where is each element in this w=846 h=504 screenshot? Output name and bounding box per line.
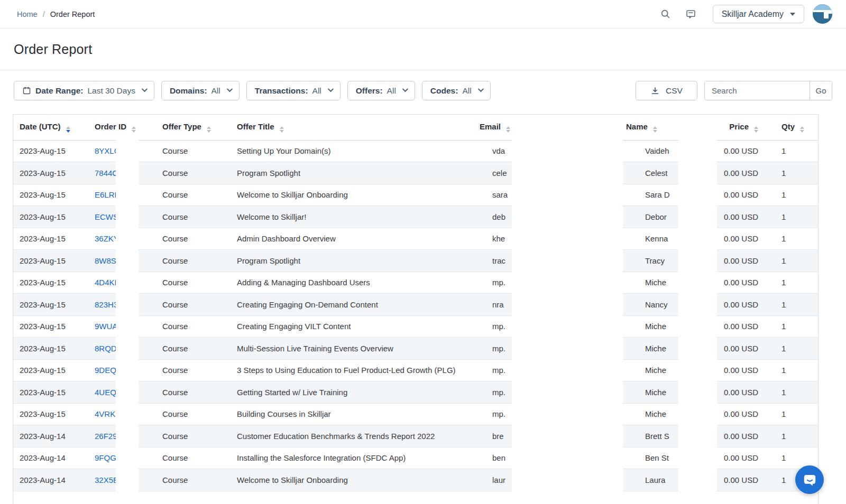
cell-qty: 1 — [771, 425, 818, 447]
chevron-down-icon — [227, 86, 233, 91]
cell-price: 0.00 USD — [710, 359, 771, 381]
cell-price: 0.00 USD — [710, 403, 771, 425]
topbar-right: Skilljar Academy — [657, 4, 832, 24]
cell-price: 0.00 USD — [710, 272, 771, 294]
support-chat-launcher[interactable] — [795, 465, 824, 494]
cell-offer-title: Creating Engaging On-Demand Content — [231, 294, 473, 316]
order-id-link[interactable]: 823H3 — [95, 300, 118, 309]
cell-offer-type: Course — [156, 228, 231, 250]
cell-price: 0.00 USD — [710, 228, 771, 250]
chat-bubble-icon — [803, 473, 817, 487]
go-button[interactable]: Go — [810, 81, 832, 100]
cell-date: 2023-Aug-15 — [13, 315, 88, 338]
cell-offer-type: Course — [156, 250, 231, 272]
cell-date: 2023-Aug-15 — [13, 140, 88, 162]
caret-down-icon — [790, 13, 795, 16]
topbar: Home / Order Report Skilljar Academy — [0, 0, 846, 29]
cell-offer-title: Program Spotlight — [231, 250, 473, 272]
order-id-link[interactable]: ECWS — [95, 212, 118, 221]
order-id-link[interactable]: 7844C — [95, 169, 118, 178]
table-row-partial — [13, 491, 818, 504]
cell-offer-type: Course — [156, 140, 231, 162]
cell-price: 0.00 USD — [710, 469, 771, 491]
order-id-link[interactable]: 8RQD — [95, 344, 117, 353]
order-id-link[interactable]: 8W8S — [95, 256, 116, 265]
cell-price: 0.00 USD — [710, 447, 771, 469]
cell-offer-type: Course — [156, 359, 231, 381]
sort-icon — [207, 126, 211, 133]
cell-date: 2023-Aug-15 — [13, 272, 88, 294]
chevron-down-icon — [402, 86, 408, 91]
column-header-email[interactable]: Email — [473, 115, 620, 140]
cell-date: 2023-Aug-15 — [13, 228, 88, 250]
cell-qty: 1 — [771, 381, 818, 404]
cell-offer-title: Creating Engaging VILT Content — [231, 315, 473, 338]
cell-offer-type: Course — [156, 403, 231, 425]
order-id-link[interactable]: 9DEQ — [95, 366, 116, 375]
skilljar-logo — [813, 4, 832, 24]
cell-price: 0.00 USD — [710, 140, 771, 162]
cell-offer-type: Course — [156, 469, 231, 491]
calendar-icon — [22, 86, 31, 95]
cell-offer-type: Course — [156, 294, 231, 316]
sort-icon — [280, 126, 284, 133]
cell-date: 2023-Aug-15 — [13, 294, 88, 316]
cell-qty: 1 — [771, 359, 818, 381]
filter-codes-dropdown[interactable]: Codes:All — [422, 81, 491, 100]
cell-offer-title: Adding & Managing Dashboard Users — [231, 272, 473, 294]
breadcrumb-home-link[interactable]: Home — [17, 10, 38, 18]
cell-qty: 1 — [771, 338, 818, 360]
order-id-link[interactable]: 4UEQ — [95, 388, 116, 397]
csv-button-label: CSV — [666, 86, 683, 96]
tenant-selector-dropdown[interactable]: Skilljar Academy — [713, 5, 804, 23]
cell-qty: 1 — [771, 228, 818, 250]
cell-offer-title: Welcome to Skilljar! — [231, 206, 473, 228]
cell-offer-title: Program Spotlight — [231, 162, 473, 184]
column-header-offer-title[interactable]: Offer Title — [231, 115, 473, 140]
cell-offer-type: Course — [156, 272, 231, 294]
cell-offer-title: Building Courses in Skilljar — [231, 403, 473, 425]
chevron-down-icon — [477, 86, 483, 91]
breadcrumb-current: Order Report — [50, 10, 95, 18]
search-group: Go — [704, 81, 832, 100]
column-header-qty[interactable]: Qty — [771, 115, 818, 140]
cell-date: 2023-Aug-15 — [13, 381, 88, 404]
sort-icon — [653, 126, 657, 133]
filter-daterange-dropdown[interactable]: Date Range:Last 30 Days — [14, 81, 154, 100]
tenant-selector-label: Skilljar Academy — [722, 10, 784, 19]
filter-offers-dropdown[interactable]: Offers:All — [347, 81, 415, 100]
column-header-date[interactable]: Date (UTC) — [13, 115, 88, 140]
filter-domains-dropdown[interactable]: Domains:All — [161, 81, 240, 100]
order-id-link[interactable]: 32X5E — [95, 475, 118, 484]
cell-qty: 1 — [771, 403, 818, 425]
sort-icon — [800, 126, 804, 133]
filter-transactions-dropdown[interactable]: Transactions:All — [246, 81, 341, 100]
cell-offer-type: Course — [156, 381, 231, 404]
search-icon[interactable] — [657, 5, 675, 23]
page-title: Order Report — [14, 42, 92, 57]
column-header-order-id[interactable]: Order ID — [88, 115, 156, 140]
filter-bar-actions: CSV Go — [636, 81, 832, 100]
order-id-link[interactable]: 9WUA — [95, 322, 117, 331]
column-header-name[interactable]: Name — [620, 115, 710, 140]
order-id-link[interactable]: 26F29 — [95, 432, 117, 441]
cell-date: 2023-Aug-14 — [13, 425, 88, 447]
column-header-offer-type[interactable]: Offer Type — [156, 115, 231, 140]
cell-offer-title: Setting Up Your Domain(s) — [231, 140, 473, 162]
cell-offer-type: Course — [156, 162, 231, 184]
chevron-down-icon — [142, 86, 148, 91]
cell-price: 0.00 USD — [710, 294, 771, 316]
redaction-overlay-name — [678, 140, 717, 492]
cell-price: 0.00 USD — [710, 381, 771, 404]
cell-qty: 1 — [771, 315, 818, 338]
cell-offer-title: Multi-Session Live Training Events Overv… — [231, 338, 473, 360]
order-id-link[interactable]: 36ZKY — [95, 234, 119, 243]
column-header-price[interactable]: Price — [710, 115, 771, 140]
feedback-chat-icon[interactable] — [682, 5, 700, 23]
csv-export-button[interactable]: CSV — [636, 81, 697, 100]
sort-icon — [66, 126, 70, 133]
search-input[interactable] — [705, 81, 810, 100]
cell-price: 0.00 USD — [710, 425, 771, 447]
cell-offer-title: Admin Dashboard Overview — [231, 228, 473, 250]
sort-icon — [132, 126, 136, 133]
